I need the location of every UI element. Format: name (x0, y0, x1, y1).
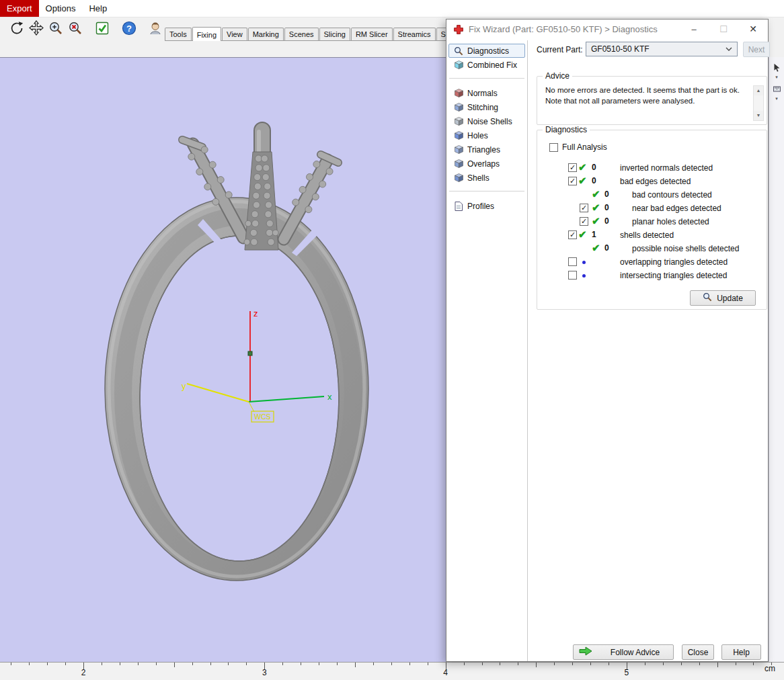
diagnostic-count: 0 (592, 176, 596, 185)
ruler-tick (319, 663, 319, 665)
diagnostic-row: ✓✔0bad edges detected (537, 175, 767, 188)
magnifier-icon (454, 46, 463, 56)
ruler-tick (228, 663, 229, 665)
svg-text:?: ? (126, 23, 132, 33)
diagnostic-count: 0 (604, 203, 609, 212)
follow-advice-button[interactable]: Follow Advice (573, 644, 674, 660)
check-ok-icon: ✔ (592, 215, 600, 227)
fix-wizard-icon (454, 25, 463, 37)
next-button[interactable]: Next (743, 42, 770, 57)
tab-slicing[interactable]: Slicing (319, 28, 350, 40)
dialog-sidebar: DiagnosticsCombined FixNormalsStitchingN… (446, 40, 528, 661)
check-ok-icon: ✔ (578, 228, 587, 241)
diagnostic-checkbox[interactable]: ✓ (568, 177, 577, 185)
diagnostic-checkbox[interactable] (568, 257, 577, 266)
menu-options[interactable]: Options (39, 0, 83, 17)
dialog-titlebar[interactable]: Fix Wizard (Part: GF0510-50 KTF) > Diagn… (446, 19, 768, 40)
diagnostics-rows: ✓✔0inverted normals detected✓✔0bad edges… (537, 161, 767, 282)
sidebar-item-triangles[interactable]: Triangles (448, 142, 525, 157)
part-search-button[interactable] (146, 19, 165, 39)
advice-text: No more errors are detected. It seems th… (545, 85, 750, 106)
sidebar-item-label: Profiles (467, 202, 494, 211)
advice-scrollbar[interactable]: ▲ ▼ (753, 85, 764, 121)
sidebar-item-holes[interactable]: Holes (448, 128, 525, 142)
ruler-label: 3 (262, 668, 267, 677)
tab-marking[interactable]: Marking (248, 28, 284, 40)
diagnostic-checkbox[interactable]: ✓ (568, 230, 577, 239)
full-analysis-label: Full Analysis (562, 142, 607, 152)
zoom-remove-button[interactable] (65, 19, 85, 39)
cube-icon (454, 145, 463, 154)
tab-view[interactable]: View (222, 28, 247, 40)
part-search-icon (148, 20, 164, 39)
diagnostic-row: ✓✔0near bad edges detected (537, 202, 767, 215)
sidebar-item-label: Stitching (467, 103, 498, 112)
ruler-tick (663, 663, 664, 665)
tab-rm-slicer[interactable]: RM Slicer (351, 28, 393, 40)
chevron-down-icon: ▾ (775, 75, 778, 79)
diagnostic-checkbox[interactable]: ✓ (580, 217, 588, 226)
tab-scenes[interactable]: Scenes (284, 28, 319, 40)
zoom-in-button[interactable] (46, 19, 65, 39)
ring-model[interactable] (105, 130, 368, 581)
scroll-down-icon[interactable]: ▼ (754, 111, 763, 120)
help-button[interactable]: ? (119, 19, 139, 39)
ruler-tick (464, 663, 465, 665)
close-button[interactable]: ✕ (738, 19, 768, 39)
fix-check-button[interactable] (92, 19, 112, 39)
full-analysis-row: Full Analysis (549, 142, 607, 152)
diagnostic-checkbox[interactable]: ✓ (568, 163, 577, 172)
current-part-dropdown[interactable]: GF0510-50 KTF (586, 42, 738, 56)
tab-tools[interactable]: Tools (165, 28, 192, 40)
diagnostic-row: ✓✔0inverted normals detected (537, 161, 767, 175)
zoom-remove-icon (67, 20, 83, 39)
ruler-tick (282, 663, 283, 665)
menu-export[interactable]: Export (0, 0, 39, 17)
ruler-tick (409, 663, 410, 665)
measure-tool-button[interactable]: ▾ (773, 85, 781, 101)
tab-fixing[interactable]: Fixing (192, 27, 221, 41)
sidebar-item-label: Triangles (467, 145, 500, 155)
diagnostic-checkbox[interactable] (568, 271, 577, 280)
diagnostic-checkbox[interactable]: ✓ (580, 204, 588, 212)
sidebar-item-noise-shells[interactable]: Noise Shells (448, 114, 525, 128)
cursor-tool-button[interactable]: ▾ (773, 63, 781, 79)
diagnostic-row: ✔0possible noise shells detected (537, 242, 767, 255)
diagnostic-label: possible noise shells detected (632, 244, 739, 253)
diagnostic-label: planar holes detected (632, 217, 709, 226)
update-button[interactable]: Update (690, 290, 756, 306)
cursor-tool-icon (773, 63, 781, 74)
sidebar-item-combined-fix[interactable]: Combined Fix (448, 58, 525, 72)
pan-button[interactable] (26, 19, 46, 39)
sidebar-item-profiles[interactable]: Profiles (448, 199, 525, 213)
ruler-tick (717, 663, 718, 667)
full-analysis-checkbox[interactable] (549, 143, 558, 152)
scroll-up-icon[interactable]: ▲ (754, 86, 763, 95)
sidebar-item-shells[interactable]: Shells (448, 171, 525, 185)
sidebar-item-diagnostics[interactable]: Diagnostics (448, 44, 525, 58)
sidebar-item-normals[interactable]: Normals (448, 86, 525, 100)
chevron-down-icon (726, 47, 732, 51)
ruler-tick (753, 663, 754, 665)
maximize-button[interactable]: ☐ (709, 19, 738, 39)
cube-icon (454, 60, 463, 69)
minimize-button[interactable]: – (679, 19, 709, 39)
current-part-value: GF0510-50 KTF (591, 44, 650, 54)
sidebar-item-label: Noise Shells (467, 117, 512, 126)
menu-help[interactable]: Help (82, 0, 114, 17)
ruler-tick (554, 663, 555, 665)
close-button[interactable]: Close (682, 644, 714, 660)
sidebar-item-stitching[interactable]: Stitching (448, 100, 525, 114)
ruler-tick (301, 663, 301, 665)
ruler-unit: cm (765, 664, 775, 673)
ruler-tick (355, 663, 356, 667)
ruler-tick (736, 663, 736, 665)
diagnostic-count: 0 (604, 243, 609, 253)
rotate-button[interactable] (7, 19, 26, 39)
diagnostic-row: intersecting triangles detected (537, 269, 767, 282)
tab-streamics[interactable]: Streamics (393, 28, 436, 40)
origin-marker (248, 351, 252, 355)
help-button[interactable]: Help (721, 644, 761, 660)
sidebar-item-label: Diagnostics (467, 46, 509, 56)
sidebar-item-overlaps[interactable]: Overlaps (448, 157, 525, 171)
